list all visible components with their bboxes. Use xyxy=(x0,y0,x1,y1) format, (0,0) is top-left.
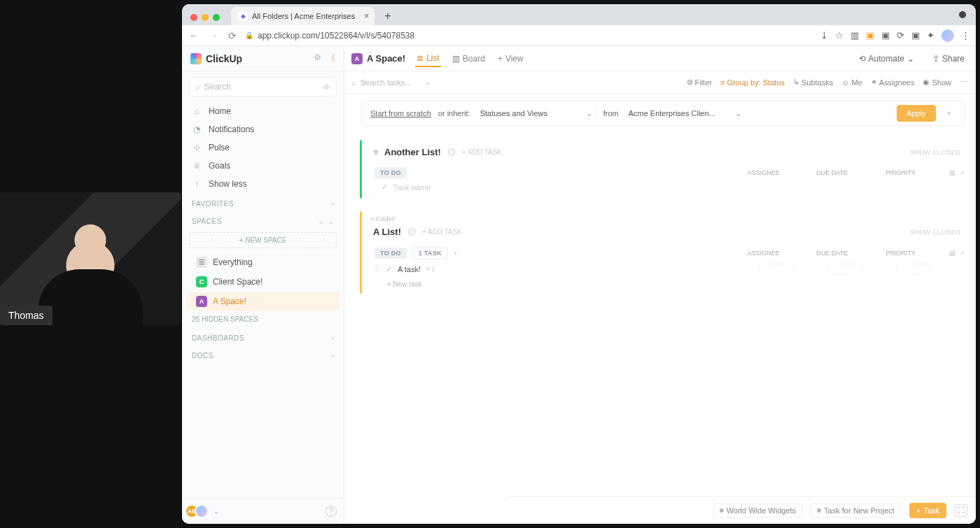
filter-label: Filter xyxy=(695,78,712,87)
space-a-space[interactable]: AA Space! xyxy=(186,292,340,311)
me-button[interactable]: ☺Me xyxy=(841,78,862,87)
dashboards-section[interactable]: DASHBOARDS› xyxy=(182,327,344,345)
chevron-right-icon: › xyxy=(331,200,334,208)
list-settings-icon[interactable]: ⚙ xyxy=(447,145,456,159)
filter-button[interactable]: ⊜Filter xyxy=(687,78,712,87)
list-header[interactable]: A List! ⚙ + ADD TASK SHOW CLOSED xyxy=(369,222,965,241)
task-row[interactable]: ⠿ ✓ A task! ⎘ 1 xyxy=(369,261,965,278)
space-title[interactable]: A A Space! xyxy=(351,53,405,64)
apply-button[interactable]: Apply xyxy=(897,105,936,122)
presence-caret[interactable]: ⌄ xyxy=(213,506,220,516)
install-icon[interactable]: ⤓ xyxy=(820,30,828,41)
share-button[interactable]: ⇪Share xyxy=(928,52,969,65)
drag-handle-icon[interactable]: ⠿ xyxy=(374,265,380,274)
spaces-search-icon[interactable]: ⌕ xyxy=(319,217,324,225)
checkmark-icon[interactable]: ✓ xyxy=(386,265,392,274)
new-tab-button[interactable]: + xyxy=(380,10,395,25)
list-settings-icon[interactable]: ⚙ xyxy=(407,225,416,238)
duedate-slot[interactable] xyxy=(827,264,862,275)
more-menu-icon[interactable]: ⋯ xyxy=(960,78,969,87)
new-task-button[interactable]: + New task xyxy=(369,278,965,290)
nav-notifications[interactable]: ◔Notifications xyxy=(182,120,344,138)
hidden-spaces[interactable]: 25 HIDDEN SPACES xyxy=(182,311,344,327)
docs-section[interactable]: DOCS› xyxy=(182,345,344,362)
tab-list[interactable]: ≣List xyxy=(415,50,441,67)
chrome-menu-icon[interactable]: ⋮ xyxy=(961,30,970,41)
forward-button[interactable]: → xyxy=(207,30,220,41)
clickup-logo[interactable]: ClickUp xyxy=(190,53,242,64)
collapse-icon[interactable]: ▾ xyxy=(373,145,379,159)
space-client[interactable]: CClient Space! xyxy=(186,273,340,291)
parent-folder-label[interactable]: A Folder! xyxy=(370,215,965,222)
new-space-button[interactable]: + NEW SPACE xyxy=(189,232,337,248)
tab-board[interactable]: ▥Board xyxy=(451,51,486,66)
assignee-slot[interactable] xyxy=(759,264,794,275)
inherit-from-select[interactable]: Acme Enterprises Clien... xyxy=(626,108,745,119)
star-icon[interactable]: ☆ xyxy=(835,30,844,41)
expand-tray-icon[interactable]: ⛶ xyxy=(955,504,967,517)
status-chip[interactable]: TO DO xyxy=(374,248,407,259)
show-closed[interactable]: SHOW CLOSED xyxy=(910,149,960,156)
voice-icon[interactable]: ⌯ xyxy=(322,82,330,92)
column-settings-icon[interactable]: ▤ xyxy=(949,169,955,176)
inherit-or-text: or inherit: xyxy=(438,109,470,117)
assignees-button[interactable]: ⚭Assignees xyxy=(871,78,915,87)
tab-close-icon[interactable]: × xyxy=(364,11,369,21)
ext-icon-1[interactable]: ▥ xyxy=(850,30,859,41)
subtasks-button[interactable]: ↳Subtasks xyxy=(793,78,833,87)
add-column-icon[interactable]: + xyxy=(961,169,965,176)
close-window[interactable] xyxy=(190,14,197,21)
column-settings-icon[interactable]: ▤ xyxy=(949,250,955,257)
nav-showless[interactable]: ↑Show less xyxy=(182,175,344,193)
start-from-scratch-link[interactable]: Start from scratch xyxy=(370,109,431,117)
tray-item-1[interactable]: World Wide Widgets xyxy=(713,504,802,518)
status-chip[interactable]: TO DO xyxy=(374,167,407,178)
url-field[interactable]: 🔒 app.clickup.com/10522864/v/l/s/5407853… xyxy=(245,31,813,41)
minimize-window[interactable] xyxy=(202,14,209,21)
help-icon[interactable]: ? xyxy=(326,506,337,517)
favorites-section[interactable]: FAVORITES› xyxy=(182,193,344,211)
profile-avatar[interactable] xyxy=(941,29,954,42)
up-arrow-icon: ↑ xyxy=(192,179,202,189)
tab-list-label: List xyxy=(426,53,440,63)
tray-item-2[interactable]: Task for New Project xyxy=(811,504,901,518)
nav-goals[interactable]: ♕Goals xyxy=(182,157,344,175)
add-task-ghost[interactable]: + ADD TASK xyxy=(462,148,502,156)
subtask-count-icon[interactable]: ⎘ 1 xyxy=(426,266,435,273)
quick-task-button[interactable]: +Task xyxy=(909,503,946,518)
subtasks-label: Subtasks xyxy=(802,78,833,87)
show-button[interactable]: ◉Show xyxy=(923,78,951,87)
list-header[interactable]: ▾ Another List! ⚙ + ADD TASK SHOW CLOSED xyxy=(369,143,965,162)
nav-home[interactable]: ⌂Home xyxy=(182,102,344,120)
add-column-icon[interactable]: + xyxy=(961,250,965,257)
ext-icon-5[interactable]: ▣ xyxy=(911,30,920,41)
nav-pulse[interactable]: ⊹Pulse xyxy=(182,138,344,157)
add-view[interactable]: +View xyxy=(496,51,525,66)
show-label: Show xyxy=(932,78,951,87)
show-closed[interactable]: SHOW CLOSED xyxy=(910,229,960,236)
automate-button[interactable]: ⟲Automate⌄ xyxy=(855,52,918,65)
sidebar-search[interactable]: ⌕ Search ⌯ xyxy=(189,77,337,97)
maximize-window[interactable] xyxy=(213,14,220,21)
reload-button[interactable]: ⟳ xyxy=(227,30,238,41)
inherit-what-select[interactable]: Statuses and Views xyxy=(477,108,596,119)
space-everything[interactable]: ☰Everything xyxy=(186,253,340,271)
ext-icon-2[interactable]: ▣ xyxy=(866,30,874,41)
ext-icon-4[interactable]: ⟳ xyxy=(897,30,904,41)
priority-slot[interactable] xyxy=(896,264,931,275)
new-task-row[interactable]: ✓ Task name xyxy=(369,180,965,194)
dismiss-banner[interactable]: × xyxy=(943,109,955,117)
back-button[interactable]: ← xyxy=(188,30,200,41)
extensions-icon[interactable]: ✦ xyxy=(927,30,934,41)
task-search[interactable]: ⌕Search tasks... ⌄ xyxy=(351,78,430,87)
ext-icon-3[interactable]: ▣ xyxy=(881,30,890,41)
collapse-sidebar-icon[interactable]: 《 xyxy=(327,52,335,64)
groupby-button[interactable]: ≡Group by: Status xyxy=(720,78,785,87)
browser-tab[interactable]: ◆ All Folders | Acme Enterprises × xyxy=(231,7,374,25)
spaces-section[interactable]: SPACES ⌕ ⌄ xyxy=(182,211,344,228)
settings-icon[interactable]: ⚙ xyxy=(314,52,321,64)
chrome-account-indicator[interactable] xyxy=(959,11,966,18)
add-status-icon[interactable]: + xyxy=(454,250,457,257)
add-task-ghost[interactable]: + ADD TASK xyxy=(422,228,462,236)
presence-avatars[interactable]: AE xyxy=(189,504,209,518)
